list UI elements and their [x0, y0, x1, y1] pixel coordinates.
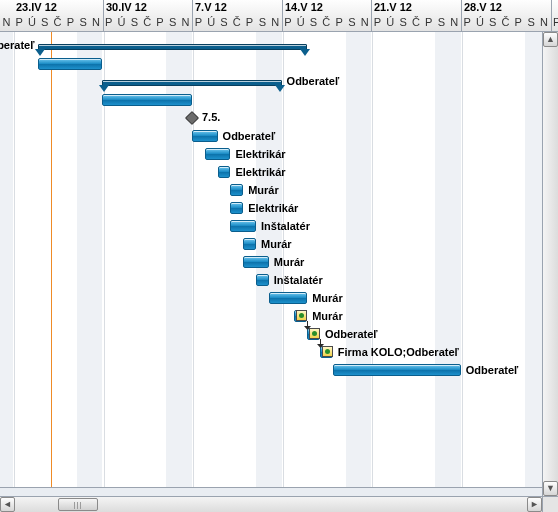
task-label: Murár [312, 292, 343, 305]
gantt-task-bar[interactable] [269, 292, 307, 304]
week-label: 23.IV 12 [16, 1, 57, 14]
weekday-letter: Ú [115, 16, 128, 32]
weekday-letter: S [486, 16, 499, 32]
weekday-letter: N [0, 16, 13, 32]
weekday-letter: Ú [473, 16, 486, 32]
weekday-letter: Č [499, 16, 512, 32]
task-label: Inštalatér [261, 220, 310, 233]
weekday-letter: S [77, 16, 90, 32]
weekday-letter: P [282, 16, 295, 32]
task-label: Odberateľ [0, 39, 34, 52]
task-label: Murár [274, 256, 305, 269]
gantt-task-bar[interactable] [230, 202, 243, 214]
weekday-letter: P [422, 16, 435, 32]
weekday-letter: P [13, 16, 26, 32]
timeline-header: 23.IV 1230.IV 127.V 1214.V 1221.V 1228.V… [0, 0, 558, 32]
weekday-letter: Č [141, 16, 154, 32]
gantt-chart: OdberateľOdberateľ7.5.OdberateľElektriká… [0, 32, 558, 488]
scroll-up-button[interactable]: ▲ [543, 32, 558, 47]
scroll-right-button[interactable]: ► [527, 497, 542, 512]
task-label: 7.5. [202, 111, 220, 124]
horizontal-scrollbar[interactable]: ◄ ► [0, 496, 542, 512]
gantt-task-bar[interactable] [256, 274, 269, 286]
weekday-letter: P [243, 16, 256, 32]
gantt-task-bar[interactable] [243, 238, 256, 250]
weekday-letter: S [218, 16, 231, 32]
resource-icon [296, 310, 307, 321]
weekday-letter: P [102, 16, 115, 32]
gantt-task-bar[interactable] [102, 94, 192, 106]
weekday-letter: N [358, 16, 371, 32]
gantt-task-bar[interactable] [243, 256, 269, 268]
task-label: Murár [312, 310, 343, 323]
weekday-letter: P [64, 16, 77, 32]
weekday-letter: P [154, 16, 167, 32]
weekday-letter: Č [230, 16, 243, 32]
week-label: 14.V 12 [285, 1, 323, 14]
week-label: 28.V 12 [464, 1, 502, 14]
weekday-letter: Č [51, 16, 64, 32]
week-label: 30.IV 12 [106, 1, 147, 14]
task-label: Murár [248, 184, 279, 197]
task-label: Elektrikár [248, 202, 298, 215]
weekday-letter: S [256, 16, 269, 32]
gantt-task-bar[interactable] [230, 220, 256, 232]
vertical-scrollbar[interactable]: ▲ ▼ [542, 32, 558, 496]
weekday-letter: P [371, 16, 384, 32]
weekday-letter: N [537, 16, 550, 32]
gantt-task-bar[interactable] [38, 58, 102, 70]
task-label: Firma KOLO;Odberateľ [338, 346, 459, 359]
weekday-letter: S [525, 16, 538, 32]
gantt-task-bar[interactable] [333, 364, 461, 376]
weekday-letter: P [192, 16, 205, 32]
weekday-letter: Ú [384, 16, 397, 32]
gantt-task-bar[interactable] [230, 184, 243, 196]
weekday-letter: Ú [205, 16, 218, 32]
task-label: Murár [261, 238, 292, 251]
today-line [51, 32, 52, 487]
task-label: Odberateľ [287, 75, 340, 88]
weekday-letter: P [333, 16, 346, 32]
weekday-letter: S [307, 16, 320, 32]
task-label: Elektrikár [235, 166, 285, 179]
weekday-letter: S [128, 16, 141, 32]
weekday-letter: S [346, 16, 359, 32]
task-label: Odberateľ [325, 328, 378, 341]
weekday-letter: Ú [26, 16, 39, 32]
weekday-letter: S [166, 16, 179, 32]
weekday-letter: N [179, 16, 192, 32]
weekday-letter: S [435, 16, 448, 32]
task-label: Inštalatér [274, 274, 323, 287]
week-label: 7.V 12 [195, 1, 227, 14]
weekday-letter: N [90, 16, 103, 32]
scroll-left-button[interactable]: ◄ [0, 497, 15, 512]
weekday-letter: Č [320, 16, 333, 32]
scroll-corner [542, 496, 558, 512]
weekday-letter: S [38, 16, 51, 32]
task-label: Elektrikár [235, 148, 285, 161]
weekday-letter: P [512, 16, 525, 32]
weekday-letter: S [397, 16, 410, 32]
gantt-task-bar[interactable] [205, 148, 231, 160]
weekday-letter: P [550, 16, 558, 32]
gantt-summary-bar[interactable] [38, 44, 307, 50]
resource-icon [309, 328, 320, 339]
resource-icon [322, 346, 333, 357]
gantt-task-bar[interactable] [218, 166, 231, 178]
weekday-letter: Ú [294, 16, 307, 32]
week-label: 21.V 12 [374, 1, 412, 14]
task-label: Odberateľ [466, 364, 519, 377]
gantt-task-bar[interactable] [192, 130, 218, 142]
weekday-letter: Č [410, 16, 423, 32]
weekday-letter: N [448, 16, 461, 32]
scroll-down-button[interactable]: ▼ [543, 481, 558, 496]
gantt-summary-bar[interactable] [102, 80, 281, 86]
task-label: Odberateľ [223, 130, 276, 143]
weekday-letter: N [269, 16, 282, 32]
weekday-letter: P [461, 16, 474, 32]
scroll-thumb[interactable] [58, 498, 98, 511]
